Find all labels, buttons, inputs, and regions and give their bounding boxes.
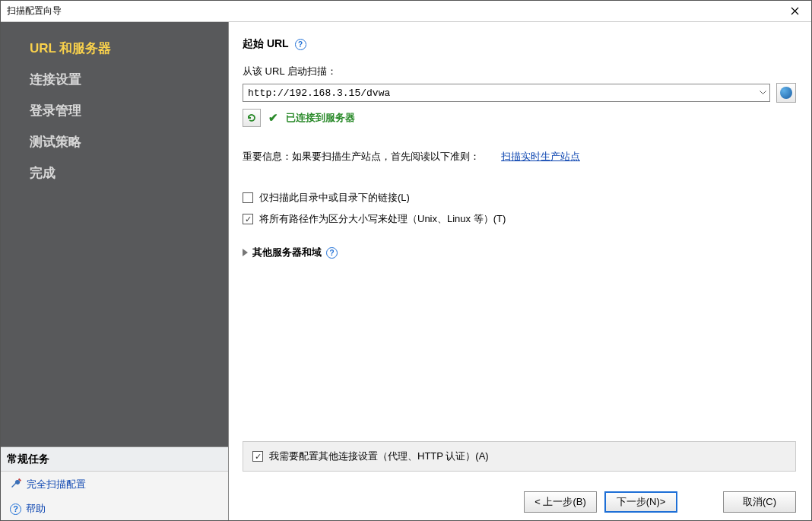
globe-icon <box>780 87 792 99</box>
nav-item-connection[interactable]: 连接设置 <box>30 71 228 88</box>
back-button[interactable]: < 上一步(B) <box>524 491 597 513</box>
main-panel: 起始 URL ? 从该 URL 启动扫描： ✔ <box>229 22 811 520</box>
bottom-panel: ✓ 我需要配置其他连接设置（代理、HTTP 认证）(A) <box>243 441 796 472</box>
help-icon[interactable]: ? <box>295 39 306 50</box>
checkbox-case-sensitive-label: 将所有路径作为区分大小写来处理（Unix、Linux 等）(T) <box>259 212 506 226</box>
url-label: 从该 URL 启动扫描： <box>243 65 796 78</box>
checkbox-only-dir[interactable]: 仅扫描此目录中或目录下的链接(L) <box>243 191 796 205</box>
help-icon[interactable]: ? <box>326 247 338 259</box>
checkbox-icon <box>243 192 253 203</box>
status-row: ✔ 已连接到服务器 <box>243 109 796 127</box>
task-full-scan[interactable]: 完全扫描配置 <box>1 472 228 496</box>
task-help[interactable]: ? 帮助 <box>1 496 228 520</box>
nav-item-login[interactable]: 登录管理 <box>30 102 228 119</box>
refresh-button[interactable] <box>243 109 261 127</box>
collapse-title: 其他服务器和域 <box>252 246 322 259</box>
collapse-other-servers[interactable]: 其他服务器和域 ? <box>243 246 796 259</box>
info-text: 重要信息：如果要扫描生产站点，首先阅读以下准则： <box>243 150 480 164</box>
window-title: 扫描配置向导 <box>7 5 62 17</box>
wrench-icon <box>10 478 22 491</box>
checkbox-case-sensitive[interactable]: ✓ 将所有路径作为区分大小写来处理（Unix、Linux 等）(T) <box>243 212 796 226</box>
next-button[interactable]: 下一步(N)> <box>604 491 677 513</box>
window-body: URL 和服务器 连接设置 登录管理 测试策略 完成 常规任务 完全扫描配置 ?… <box>1 22 811 520</box>
triangle-right-icon <box>243 249 248 256</box>
help-icon: ? <box>10 504 21 515</box>
check-icon: ✔ <box>268 111 278 125</box>
info-row: 重要信息：如果要扫描生产站点，首先阅读以下准则： 扫描实时生产站点 <box>243 150 796 164</box>
task-help-link[interactable]: 帮助 <box>26 502 46 516</box>
sidebar: URL 和服务器 连接设置 登录管理 测试策略 完成 常规任务 完全扫描配置 ?… <box>1 22 229 520</box>
nav-item-url-servers[interactable]: URL 和服务器 <box>30 40 228 57</box>
status-text: 已连接到服务器 <box>286 111 355 125</box>
tasks-header: 常规任务 <box>1 447 228 472</box>
section-title: 起始 URL <box>243 37 289 51</box>
refresh-icon <box>246 113 257 123</box>
tasks-panel: 常规任务 完全扫描配置 ? 帮助 <box>1 446 228 520</box>
dropdown-arrow[interactable] <box>756 91 769 95</box>
checkbox-icon: ✓ <box>243 214 253 224</box>
browse-button[interactable] <box>776 83 796 103</box>
close-icon <box>791 7 799 15</box>
checkbox-only-dir-label: 仅扫描此目录中或目录下的链接(L) <box>259 191 410 205</box>
task-full-scan-link[interactable]: 完全扫描配置 <box>27 478 86 491</box>
url-combobox[interactable] <box>243 84 770 102</box>
url-input[interactable] <box>243 86 756 100</box>
info-link[interactable]: 扫描实时生产站点 <box>501 150 580 164</box>
nav-item-finish[interactable]: 完成 <box>30 164 228 182</box>
close-button[interactable] <box>778 1 811 22</box>
titlebar: 扫描配置向导 <box>1 1 811 22</box>
nav-list: URL 和服务器 连接设置 登录管理 测试策略 完成 <box>1 22 228 195</box>
cancel-button[interactable]: 取消(C) <box>723 491 796 513</box>
nav-item-test-policy[interactable]: 测试策略 <box>30 133 228 151</box>
checkbox-need-config[interactable]: ✓ 我需要配置其他连接设置（代理、HTTP 认证）(A) <box>252 450 786 463</box>
url-row <box>243 83 796 103</box>
section-title-row: 起始 URL ? <box>243 37 796 51</box>
footer: < 上一步(B) 下一步(N)> 取消(C) <box>243 485 796 513</box>
checkbox-need-config-label: 我需要配置其他连接设置（代理、HTTP 认证）(A) <box>269 450 489 463</box>
chevron-down-icon <box>760 91 766 95</box>
checkbox-icon: ✓ <box>252 451 263 462</box>
wizard-window: 扫描配置向导 URL 和服务器 连接设置 登录管理 测试策略 完成 常规任务 完 <box>0 0 812 521</box>
